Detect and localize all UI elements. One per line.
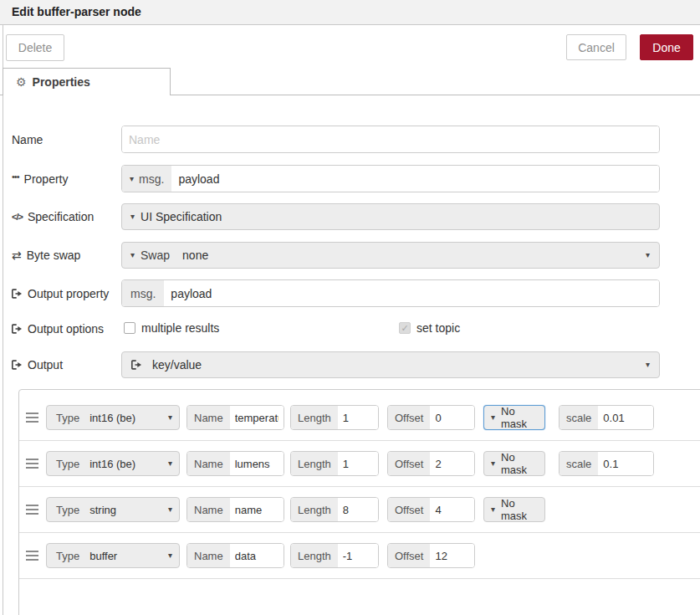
row-name-field: Name [186, 497, 284, 522]
type-label: Type [56, 504, 79, 516]
chevron-down-icon: ▾ [130, 251, 135, 259]
output-label: Output [12, 357, 63, 372]
type-label: Type [56, 458, 79, 470]
sign-out-icon [12, 289, 23, 299]
row-length-input[interactable] [338, 452, 378, 475]
row-name-input[interactable] [230, 498, 284, 521]
row-length-field: Length [290, 497, 379, 522]
chevron-down-icon: ▾ [168, 505, 172, 514]
specification-label: </> Specification [12, 209, 94, 224]
output-options-label: Output options [12, 321, 104, 336]
mask-label: No mask [501, 451, 538, 476]
offset-label: Offset [388, 498, 430, 521]
row-length-field: Length [290, 451, 379, 476]
property-type-button[interactable]: ▾ msg. [122, 166, 171, 192]
byte-swap-select[interactable]: ▾ Swap none ▾ [121, 242, 660, 269]
multiple-results-label: multiple results [141, 321, 219, 335]
row-offset-field: Offset [387, 405, 475, 430]
row-separator [19, 440, 700, 441]
row-offset-input[interactable] [430, 406, 474, 429]
row-name-input[interactable] [230, 406, 284, 429]
chevron-down-icon: ▾ [168, 459, 172, 468]
chevron-down-icon: ▾ [491, 459, 495, 468]
byte-swap-label: ⇄ Byte swap [12, 248, 80, 263]
drag-handle[interactable] [26, 551, 38, 552]
offset-label: Offset [388, 544, 430, 567]
row-name-input[interactable] [230, 452, 284, 475]
name-label: Name [187, 498, 230, 521]
row-type-select[interactable]: Typeint16 (be)▾ [46, 405, 180, 430]
specification-select[interactable]: ▾ UI Specification [121, 203, 660, 230]
name-field [121, 126, 660, 153]
property-prefix: msg. [139, 172, 164, 186]
length-label: Length [291, 498, 338, 521]
chevron-down-icon: ▾ [168, 551, 172, 560]
row-mask-button[interactable]: ▾No mask [483, 451, 545, 476]
row-mask-button[interactable]: ▾No mask [483, 497, 545, 522]
cancel-button[interactable]: Cancel [566, 34, 626, 60]
property-input[interactable] [171, 166, 659, 192]
type-value: int16 (be) [89, 458, 135, 470]
row-type-select[interactable]: Typeint16 (be)▾ [46, 451, 180, 476]
row-length-input[interactable] [338, 498, 378, 521]
row-name-field: Name [186, 405, 284, 430]
output-property-prefix: msg. [122, 280, 164, 306]
output-property-label: Output property [12, 286, 109, 301]
type-value: buffer [89, 550, 117, 562]
tray-left-edge [3, 25, 3, 615]
exchange-icon: ⇄ [12, 249, 22, 262]
row-type-select[interactable]: Typestring▾ [46, 497, 180, 522]
row-name-input[interactable] [230, 544, 284, 567]
row-separator [19, 578, 700, 579]
row-offset-input[interactable] [430, 498, 474, 521]
ellipsis-icon: ••• [12, 172, 19, 182]
chevron-down-icon: ▾ [130, 213, 135, 221]
row-length-input[interactable] [338, 544, 378, 567]
mask-label: No mask [501, 405, 538, 430]
row-name-field: Name [186, 543, 284, 568]
type-value: string [89, 504, 116, 516]
sign-out-icon [12, 360, 23, 370]
set-topic-checkbox: ✓ [399, 322, 411, 334]
set-topic-option: ✓ set topic [399, 321, 460, 335]
row-offset-input[interactable] [430, 544, 474, 567]
byte-swap-value: none [182, 249, 208, 262]
output-value: key/value [152, 358, 202, 372]
row-name-field: Name [186, 451, 284, 476]
length-label: Length [291, 452, 338, 475]
length-label: Length [291, 406, 338, 429]
row-mask-button[interactable]: ▾No mask [483, 405, 545, 430]
row-scale-input[interactable] [598, 452, 653, 475]
row-offset-input[interactable] [430, 452, 474, 475]
multiple-results-checkbox[interactable] [124, 322, 135, 334]
chevron-down-icon: ▾ [646, 251, 650, 259]
drag-handle[interactable] [26, 459, 38, 460]
output-select[interactable]: key/value ▾ [121, 351, 660, 378]
property-field: ▾ msg. [121, 165, 660, 192]
set-topic-label: set topic [416, 321, 460, 335]
delete-button[interactable]: Delete [6, 34, 64, 61]
row-offset-field: Offset [387, 497, 475, 522]
name-label: Name [12, 132, 43, 147]
done-button[interactable]: Done [640, 34, 693, 60]
length-label: Length [291, 544, 338, 567]
drag-handle[interactable] [26, 413, 38, 414]
tab-properties[interactable]: ⚙ Properties [3, 68, 171, 95]
drag-handle[interactable] [26, 505, 38, 506]
parser-rows: Typeint16 (be)▾NameLengthOffset▾No masks… [18, 389, 700, 615]
output-property-input[interactable] [164, 280, 659, 306]
type-label: Type [56, 412, 79, 424]
specification-value: UI Specification [141, 210, 222, 223]
dialog-titlebar: Edit buffer-parser node [0, 0, 700, 25]
edit-node-dialog: Edit buffer-parser node Delete Cancel Do… [0, 0, 700, 615]
scale-label: scale [559, 406, 598, 429]
gear-icon: ⚙ [16, 76, 27, 88]
scale-label: scale [559, 452, 598, 475]
row-offset-field: Offset [387, 451, 475, 476]
row-scale-input[interactable] [598, 406, 653, 429]
row-length-input[interactable] [338, 406, 378, 429]
row-separator [19, 532, 700, 533]
type-label: Type [56, 550, 79, 562]
name-input[interactable] [122, 126, 659, 152]
row-type-select[interactable]: Typebuffer▾ [46, 543, 180, 568]
